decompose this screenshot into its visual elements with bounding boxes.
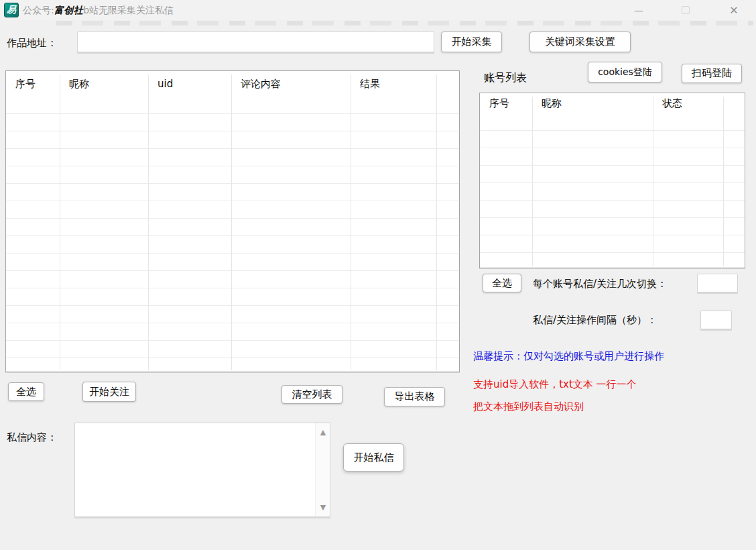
start-follow-button[interactable]: 开始关注 bbox=[82, 382, 136, 402]
work-url-input[interactable] bbox=[77, 32, 434, 52]
maximize-icon bbox=[682, 6, 690, 14]
tip-red-line2: 把文本拖到列表自动识别 bbox=[473, 400, 584, 413]
tip-blue-text: 温馨提示：仅对勾选的账号或用户进行操作 bbox=[473, 350, 664, 363]
col-header-comment[interactable]: 评论内容 bbox=[231, 78, 351, 91]
cookies-login-button[interactable]: cookies登陆 bbox=[588, 62, 662, 82]
column-divider bbox=[148, 74, 149, 370]
dm-content-box: ▲ ▼ bbox=[74, 423, 330, 517]
switch-times-input[interactable] bbox=[697, 274, 738, 292]
interval-seconds-input[interactable] bbox=[700, 311, 732, 329]
dm-content-scrollbar[interactable]: ▲ ▼ bbox=[315, 423, 330, 516]
close-button[interactable]: ✕ bbox=[718, 0, 749, 20]
column-divider bbox=[436, 74, 437, 370]
scan-login-button[interactable]: 扫码登陆 bbox=[682, 64, 742, 83]
work-url-label: 作品地址： bbox=[7, 37, 57, 50]
comments-table[interactable]: 序号 昵称 uid 评论内容 结果 bbox=[5, 70, 460, 372]
column-divider bbox=[653, 97, 653, 266]
accounts-select-all-button[interactable]: 全选 bbox=[483, 274, 521, 292]
dm-content-textarea[interactable] bbox=[75, 423, 315, 516]
keyword-collect-settings-button[interactable]: 关键词采集设置 bbox=[529, 32, 631, 52]
close-icon: ✕ bbox=[729, 4, 738, 17]
app-icon: 易 bbox=[4, 3, 19, 17]
minimize-icon: — bbox=[634, 5, 643, 15]
accounts-list-title: 账号列表 bbox=[484, 71, 527, 85]
col-header-nickname[interactable]: 昵称 bbox=[532, 97, 653, 110]
app-icon-glyph: 易 bbox=[7, 4, 16, 16]
column-divider bbox=[723, 97, 724, 266]
accounts-table-body[interactable] bbox=[480, 113, 745, 268]
col-header-uid[interactable]: uid bbox=[148, 78, 231, 90]
minimize-button[interactable]: — bbox=[623, 0, 654, 20]
column-divider bbox=[60, 74, 60, 370]
col-header-nickname[interactable]: 昵称 bbox=[60, 78, 148, 91]
scroll-down-icon[interactable]: ▼ bbox=[316, 503, 330, 512]
window-title-suffix: b站无限采集关注私信 bbox=[83, 5, 174, 15]
window-title: 公众号:富创社b站无限采集关注私信 bbox=[23, 5, 174, 17]
window-title-brand: 富创社 bbox=[54, 5, 84, 15]
accounts-table-header: 序号 昵称 状态 bbox=[480, 93, 745, 113]
dm-content-label: 私信内容： bbox=[7, 431, 57, 444]
column-divider bbox=[231, 74, 232, 370]
col-header-index[interactable]: 序号 bbox=[480, 97, 532, 110]
window-title-prefix: 公众号: bbox=[23, 5, 54, 15]
comments-table-header: 序号 昵称 uid 评论内容 结果 bbox=[6, 71, 459, 97]
column-divider bbox=[351, 74, 351, 370]
maximize-button[interactable] bbox=[670, 0, 701, 20]
col-header-status[interactable]: 状态 bbox=[653, 97, 723, 110]
clear-list-button[interactable]: 清空列表 bbox=[281, 385, 342, 404]
start-collect-button[interactable]: 开始采集 bbox=[441, 32, 502, 52]
switch-times-label: 每个账号私信/关注几次切换： bbox=[533, 278, 667, 290]
col-header-index[interactable]: 序号 bbox=[6, 78, 60, 91]
start-dm-button[interactable]: 开始私信 bbox=[343, 443, 404, 472]
tip-red-line1: 支持uid导入软件，txt文本 一行一个 bbox=[473, 378, 637, 391]
comments-table-body[interactable] bbox=[6, 97, 459, 372]
interval-seconds-label: 私信/关注操作间隔（秒）： bbox=[533, 314, 657, 327]
export-table-button[interactable]: 导出表格 bbox=[384, 387, 445, 406]
comments-select-all-button[interactable]: 全选 bbox=[8, 382, 44, 401]
watermark-strip bbox=[56, 21, 753, 25]
scroll-up-icon[interactable]: ▲ bbox=[316, 428, 330, 437]
accounts-table[interactable]: 序号 昵称 状态 bbox=[479, 93, 745, 268]
col-header-result[interactable]: 结果 bbox=[351, 78, 436, 91]
column-divider bbox=[532, 97, 533, 266]
